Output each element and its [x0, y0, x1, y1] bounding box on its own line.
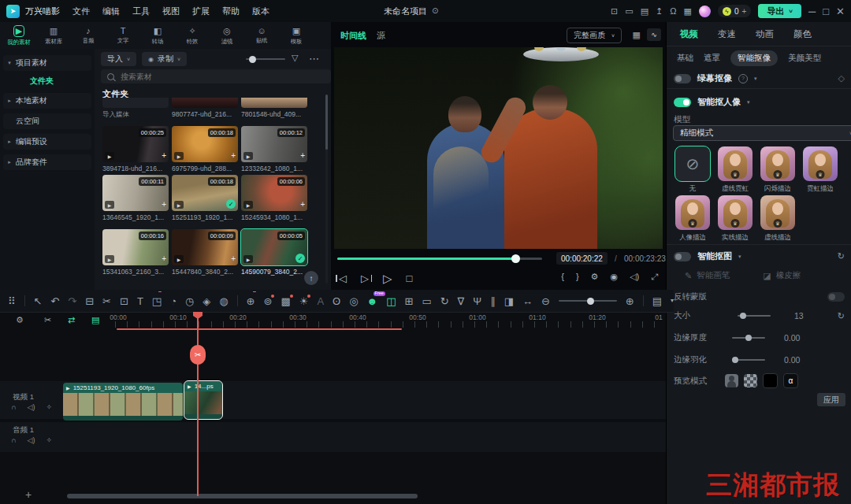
smart-brush-button[interactable]: 智能画笔	[697, 270, 730, 281]
add-to-timeline-icon[interactable]: +	[300, 152, 305, 160]
slider-knob[interactable]	[249, 56, 256, 63]
sidebar-item-local-media[interactable]: ▸ 本地素材	[3, 93, 91, 109]
filter-icon[interactable]: ▽	[292, 54, 298, 62]
coins-counter[interactable]: ϟ 0 +	[718, 5, 751, 17]
media-item[interactable]: 9807747-uhd_216...	[172, 98, 238, 118]
menu-view[interactable]: 视图	[162, 6, 180, 17]
media-scrollbar[interactable]	[325, 94, 328, 284]
laptop-icon[interactable]: ▭	[625, 7, 633, 16]
export-caret-icon[interactable]: ˅	[789, 8, 793, 15]
playhead-scissors-button[interactable]: ✂	[190, 345, 206, 365]
media-item[interactable]: 00:00:09 ▶ + 15447840_3840_2...	[172, 229, 238, 276]
close-button[interactable]: ✕	[836, 6, 845, 17]
zoom-in-icon[interactable]: ⊕	[626, 296, 634, 306]
support-icon[interactable]: Ω	[670, 7, 676, 16]
mark-in-icon[interactable]: {	[561, 272, 564, 281]
add-to-timeline-icon[interactable]: +	[162, 255, 166, 263]
style-option[interactable]: ♛ 虚线霓虹	[718, 146, 753, 194]
add-to-timeline-icon[interactable]: +	[300, 201, 305, 209]
sidebar-item-presets[interactable]: ▸ 编辑预设	[3, 134, 91, 150]
undo-icon[interactable]: ↶	[50, 296, 59, 306]
edge-feather-slider[interactable]	[732, 359, 765, 361]
preview-mode-alpha[interactable]: α	[783, 373, 798, 388]
scopes-icon[interactable]: ∿	[647, 28, 661, 41]
tab-audio[interactable]: ♪ 音频	[72, 26, 104, 45]
tab-templates[interactable]: ▣ 模板	[281, 26, 312, 46]
back-to-top-button[interactable]: ↑	[304, 271, 318, 285]
timeline-ruler[interactable]: ⚙ ✂ ⇄ ▤ 00:00 00:10 00:20 00:30 00:40 00…	[0, 312, 666, 331]
timeline-scrollbar[interactable]	[67, 494, 418, 498]
avatar[interactable]	[699, 6, 711, 17]
zoom-out-icon[interactable]: ⊖	[541, 296, 550, 306]
add-to-timeline-icon[interactable]: +	[162, 152, 166, 160]
tab-animation[interactable]: 动画	[756, 28, 774, 40]
export-button[interactable]: 导出 ˅	[758, 4, 801, 18]
media-item[interactable]: 00:00:18 ▶ + 6975799-uhd_288...	[172, 126, 238, 172]
palette-icon[interactable]: ʘ	[333, 296, 340, 306]
magic-wand-icon[interactable]: ✧	[46, 436, 52, 444]
record-button[interactable]: ◉ 录制 ˅	[142, 52, 187, 66]
thumbnail-size-slider[interactable]	[246, 58, 285, 60]
preview-mode-black[interactable]	[763, 373, 778, 388]
minimize-button[interactable]: ─	[808, 6, 816, 17]
import-media-tile[interactable]: 导入媒体	[102, 98, 169, 120]
media-item[interactable]: 7801548-uhd_409...	[241, 98, 307, 118]
subtab-basic[interactable]: 基础	[677, 53, 693, 64]
timeline-zoom-slider[interactable]	[559, 300, 617, 302]
add-to-timeline-icon[interactable]: +	[231, 152, 236, 160]
media-item-selected[interactable]: 00:00:05 ▶ ✓ 14590079_3840_2...	[241, 229, 307, 276]
crop-icon[interactable]: ⊡	[120, 296, 128, 306]
magic-wand-icon[interactable]: ✧	[46, 403, 52, 411]
menu-extensions[interactable]: 扩展	[192, 6, 210, 17]
media-item[interactable]: 00:00:06 ▶ + 15245934_1080_1...	[241, 175, 307, 221]
subtab-mask[interactable]: 遮罩	[704, 53, 720, 64]
help-icon[interactable]: ?	[738, 74, 748, 83]
pip-icon[interactable]: ◳	[152, 296, 162, 306]
collapse-caret-icon[interactable]: ▾	[738, 254, 741, 260]
coin-add[interactable]: +	[742, 7, 747, 16]
tab-color[interactable]: 颜色	[793, 28, 812, 40]
style-option[interactable]: ♛ 人像描边	[675, 195, 710, 243]
snapshot-icon[interactable]: ◉	[610, 272, 618, 281]
lock-icon[interactable]: ∩	[11, 403, 16, 411]
device-preview-icon[interactable]: ⊡	[611, 7, 618, 16]
media-item[interactable]: 00:00:16 ▶ + 15341063_2160_3...	[102, 229, 169, 276]
sidebar-item-brand-kit[interactable]: ▸ 品牌套件	[3, 154, 91, 170]
tab-text[interactable]: T 文字	[107, 26, 139, 45]
multiview-icon[interactable]: ▦	[633, 31, 641, 39]
quality-select[interactable]: 完整画质 ˅	[567, 28, 622, 43]
add-to-timeline-icon[interactable]: +	[231, 255, 236, 263]
eraser-button[interactable]: 橡皮擦	[776, 270, 801, 281]
speed-icon[interactable]: ◔	[170, 296, 177, 306]
smart-cutout-toggle[interactable]	[674, 252, 691, 261]
timer-icon[interactable]: ◷	[185, 296, 194, 306]
tab-my-media[interactable]: ▶ 我的素材	[3, 25, 35, 46]
preview-mode-transparent[interactable]	[744, 374, 757, 387]
target-icon[interactable]: ◎	[349, 296, 358, 306]
folder-icon[interactable]: ▭	[422, 296, 431, 306]
menu-edit[interactable]: 编辑	[102, 6, 120, 17]
media-item[interactable]: 00:00:25 ▶ + 3894718-uhd_216...	[102, 126, 169, 172]
volume-icon[interactable]: ◁)	[630, 272, 639, 281]
menu-file[interactable]: 文件	[72, 6, 90, 17]
rotate-icon[interactable]: ↻	[440, 296, 449, 306]
edge-feather-knob[interactable]	[732, 357, 738, 363]
import-button[interactable]: 导入 ˅	[101, 52, 136, 66]
size-slider[interactable]	[738, 315, 771, 317]
style-option[interactable]: ♛ 闪烁描边	[760, 146, 795, 194]
mute-icon[interactable]: ◁)	[27, 436, 35, 444]
media-item[interactable]: 00:00:18 ▶ ✓ 15251193_1920_1...	[172, 175, 238, 221]
maximize-button[interactable]: □	[823, 6, 829, 17]
marker-icon[interactable]: ◍	[219, 296, 228, 306]
mic-icon[interactable]: Ψ	[473, 296, 481, 306]
reset-icon[interactable]: ↻	[838, 311, 845, 321]
subtab-beauty[interactable]: 美颜美型	[788, 53, 821, 64]
tab-stickers[interactable]: ☺ 贴纸	[246, 26, 277, 45]
add-to-timeline-icon[interactable]: +	[162, 201, 166, 209]
collapse-caret-icon[interactable]: ▾	[747, 99, 750, 106]
redo-icon[interactable]: ↷	[68, 296, 76, 306]
playhead-line[interactable]	[197, 312, 199, 496]
tab-effects[interactable]: ✧ 特效	[177, 26, 208, 46]
keyframe-diamond-icon[interactable]: ◇	[838, 73, 845, 83]
subtab-smart-keying[interactable]: 智能抠像	[730, 50, 778, 66]
